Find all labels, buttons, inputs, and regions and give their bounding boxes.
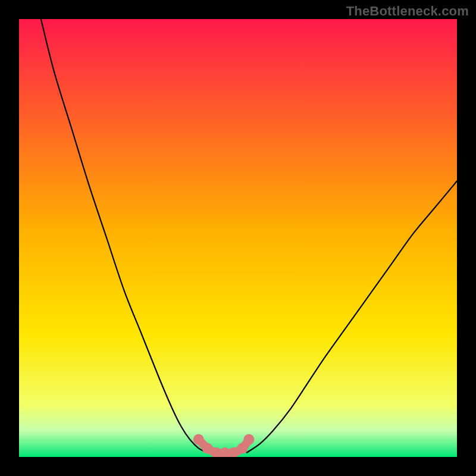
valley-dot (193, 434, 204, 445)
valley-dot (243, 434, 254, 445)
watermark-text: TheBottleneck.com (346, 4, 469, 19)
gradient-background (19, 19, 457, 457)
plot-area (19, 19, 457, 457)
outer-frame: TheBottleneck.com (0, 0, 476, 476)
chart-svg (19, 19, 457, 457)
valley-dot (237, 443, 248, 453)
